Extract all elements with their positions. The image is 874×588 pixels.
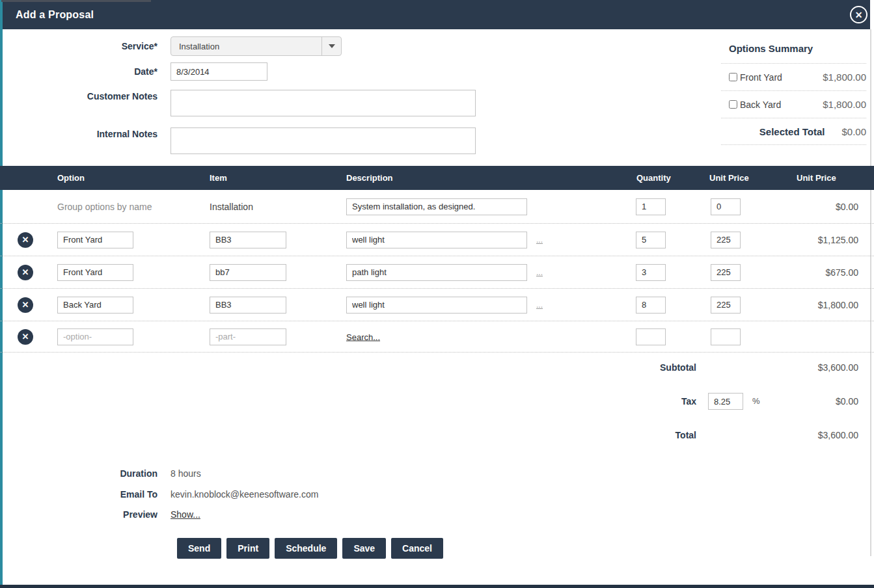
new-part-field[interactable] <box>210 328 286 345</box>
quantity-field[interactable] <box>636 232 666 248</box>
quantity-field[interactable] <box>636 264 666 281</box>
email-to-row: Email To kevin.knoblock@keenesoftware.co… <box>0 488 521 501</box>
service-selected-value: Installation <box>171 42 321 51</box>
more-description-link[interactable]: ... <box>536 301 543 310</box>
delete-row-icon[interactable]: ✕ <box>18 329 33 345</box>
more-description-link[interactable]: ... <box>536 235 543 245</box>
internal-notes-field[interactable] <box>171 127 476 154</box>
service-label: Service* <box>0 41 157 51</box>
item-field[interactable] <box>210 264 286 281</box>
row-total: $675.00 <box>825 267 858 278</box>
quantity-field[interactable] <box>636 297 666 314</box>
option-field[interactable] <box>57 297 133 314</box>
date-label: Date* <box>0 66 157 77</box>
email-to-label: Email To <box>0 488 157 501</box>
preview-label: Preview <box>0 508 157 521</box>
new-item-row: ✕ Search... <box>0 321 874 353</box>
row-total: $1,800.00 <box>818 300 858 310</box>
new-option-field[interactable] <box>57 328 133 345</box>
col-header-unit-price-2: Unit Price <box>797 166 836 190</box>
back-yard-amount: $1,800.00 <box>823 99 866 110</box>
unit-price-field[interactable] <box>711 264 741 281</box>
date-field[interactable] <box>171 62 267 81</box>
front-yard-amount: $1,800.00 <box>823 72 866 83</box>
internal-notes-label: Internal Notes <box>0 129 157 139</box>
preview-show-link[interactable]: Show... <box>171 508 200 521</box>
option-field[interactable] <box>57 232 133 248</box>
duration-row: Duration 8 hours <box>0 467 521 480</box>
options-summary-row: Back Yard $1,800.00 <box>721 90 866 118</box>
tax-row: Tax % $0.00 <box>0 392 874 410</box>
col-header-quantity: Quantity <box>636 166 671 190</box>
total-label: Total <box>676 426 696 444</box>
item-field[interactable] <box>210 232 286 248</box>
description-field[interactable] <box>346 297 527 314</box>
row-total: $1,125.00 <box>818 235 858 245</box>
schedule-button[interactable]: Schedule <box>275 538 337 559</box>
background-page-strip <box>1 0 151 2</box>
subtotal-amount: $3,600.00 <box>818 358 858 377</box>
back-yard-label: Back Yard <box>740 100 781 110</box>
table-row: ✕ ... $675.00 <box>0 256 874 289</box>
duration-label: Duration <box>0 467 157 480</box>
group-row-total: $0.00 <box>836 202 858 212</box>
col-header-unit-price: Unit Price <box>709 166 749 190</box>
group-unit-price-field[interactable] <box>711 198 741 215</box>
item-field[interactable] <box>210 297 286 314</box>
percent-sign: % <box>752 392 760 410</box>
email-to-value: kevin.knoblock@keenesoftware.com <box>171 488 318 501</box>
delete-row-icon[interactable]: ✕ <box>18 232 33 248</box>
page-title: Add a Proposal <box>3 9 94 21</box>
back-yard-checkbox[interactable] <box>729 100 737 109</box>
table-row: ✕ ... $1,800.00 <box>0 289 874 321</box>
new-unit-price-field[interactable] <box>711 328 741 345</box>
col-header-description: Description <box>346 166 393 190</box>
preview-row: Preview Show... <box>0 508 521 521</box>
send-button[interactable]: Send <box>177 538 221 559</box>
option-field[interactable] <box>57 264 133 281</box>
selected-total-row: Selected Total $0.00 <box>721 118 866 145</box>
more-description-link[interactable]: ... <box>536 268 543 277</box>
options-summary-panel: Options Summary Front Yard $1,800.00 Bac… <box>721 39 866 145</box>
description-field[interactable] <box>346 264 527 281</box>
modal-bottom-border <box>0 585 874 588</box>
selected-total-amount: $0.00 <box>841 126 866 137</box>
service-dropdown-button[interactable] <box>321 37 341 55</box>
total-amount: $3,600.00 <box>818 426 858 444</box>
options-summary-row: Front Yard $1,800.00 <box>721 63 866 90</box>
close-icon[interactable]: ✕ <box>850 6 867 23</box>
close-glyph: ✕ <box>855 10 863 20</box>
save-button[interactable]: Save <box>342 538 386 559</box>
options-summary-title: Options Summary <box>721 39 866 63</box>
customer-notes-label: Customer Notes <box>0 91 157 101</box>
print-button[interactable]: Print <box>226 538 269 559</box>
group-quantity-field[interactable] <box>636 198 666 215</box>
delete-row-icon[interactable]: ✕ <box>18 297 33 313</box>
description-field[interactable] <box>346 232 527 248</box>
table-header-row: Option Item Description Quantity Unit Pr… <box>0 166 874 190</box>
group-options-text: Group options by name <box>57 202 152 212</box>
delete-row-icon[interactable]: ✕ <box>18 265 33 280</box>
line-items-table: Option Item Description Quantity Unit Pr… <box>0 166 874 353</box>
group-item-text: Installation <box>210 202 253 212</box>
customer-notes-field[interactable] <box>171 90 476 116</box>
new-quantity-field[interactable] <box>636 328 666 345</box>
group-options-row: Group options by name Installation $0.00 <box>0 190 874 224</box>
front-yard-label: Front Yard <box>740 72 782 83</box>
tax-amount: $0.00 <box>836 392 858 410</box>
tax-rate-field[interactable] <box>708 393 743 410</box>
total-row: Total $3,600.00 <box>0 426 874 444</box>
col-header-item: Item <box>210 166 227 190</box>
group-description-field[interactable] <box>346 198 527 215</box>
unit-price-field[interactable] <box>711 232 741 248</box>
unit-price-field[interactable] <box>711 297 741 314</box>
front-yard-checkbox[interactable] <box>729 73 737 81</box>
subtotal-row: Subtotal $3,600.00 <box>0 358 874 377</box>
duration-value: 8 hours <box>171 467 201 480</box>
modal-header: Add a Proposal <box>3 0 870 29</box>
service-select[interactable]: Installation <box>171 36 342 56</box>
cancel-button[interactable]: Cancel <box>391 538 443 559</box>
action-button-bar: Send Print Schedule Save Cancel <box>177 538 443 559</box>
chevron-down-icon <box>329 44 335 48</box>
search-part-link[interactable]: Search... <box>346 332 380 341</box>
